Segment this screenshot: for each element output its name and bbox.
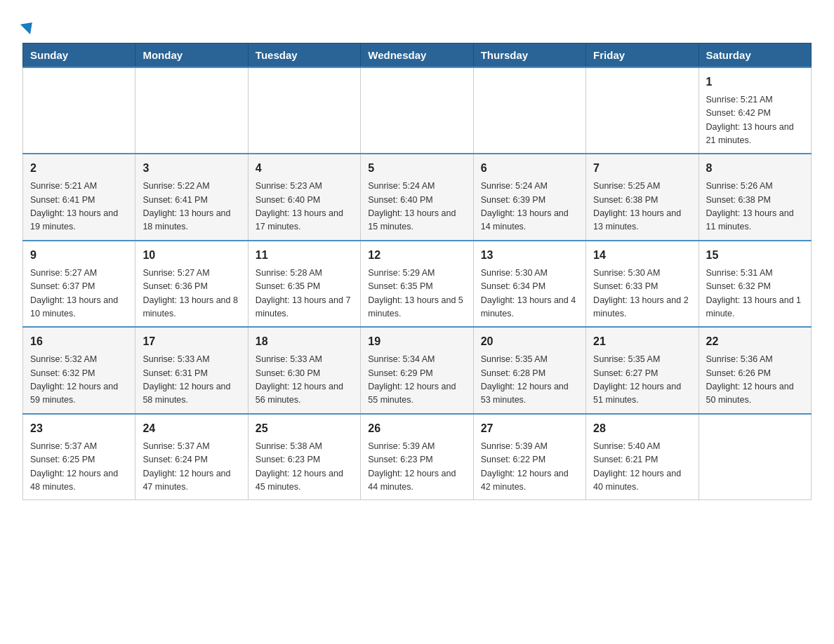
day-number: 17 xyxy=(143,333,240,350)
day-number: 10 xyxy=(143,247,240,264)
day-info: Sunrise: 5:25 AMSunset: 6:38 PMDaylight:… xyxy=(593,180,691,234)
day-number: 4 xyxy=(256,160,353,177)
day-number: 23 xyxy=(30,420,128,437)
col-wednesday: Wednesday xyxy=(361,43,473,67)
calendar-cell: 14Sunrise: 5:30 AMSunset: 6:33 PMDayligh… xyxy=(586,241,699,328)
day-info: Sunrise: 5:39 AMSunset: 6:22 PMDaylight:… xyxy=(481,440,578,495)
calendar-cell: 4Sunrise: 5:23 AMSunset: 6:40 PMDaylight… xyxy=(248,154,360,241)
calendar-cell: 26Sunrise: 5:39 AMSunset: 6:23 PMDayligh… xyxy=(361,414,473,500)
day-info: Sunrise: 5:21 AMSunset: 6:41 PMDaylight:… xyxy=(30,180,128,234)
day-number: 12 xyxy=(368,247,465,264)
day-info: Sunrise: 5:35 AMSunset: 6:28 PMDaylight:… xyxy=(481,353,578,408)
col-tuesday: Tuesday xyxy=(248,43,360,67)
day-info: Sunrise: 5:37 AMSunset: 6:24 PMDaylight:… xyxy=(143,440,240,495)
day-info: Sunrise: 5:37 AMSunset: 6:25 PMDaylight:… xyxy=(30,440,128,495)
day-info: Sunrise: 5:28 AMSunset: 6:35 PMDaylight:… xyxy=(256,267,353,321)
calendar-cell: 12Sunrise: 5:29 AMSunset: 6:35 PMDayligh… xyxy=(361,241,473,328)
calendar-cell: 17Sunrise: 5:33 AMSunset: 6:31 PMDayligh… xyxy=(135,327,248,414)
calendar-row: 1Sunrise: 5:21 AMSunset: 6:42 PMDaylight… xyxy=(23,67,812,154)
day-number: 7 xyxy=(593,160,691,177)
calendar-cell: 13Sunrise: 5:30 AMSunset: 6:34 PMDayligh… xyxy=(473,241,585,328)
day-info: Sunrise: 5:27 AMSunset: 6:36 PMDaylight:… xyxy=(143,267,240,321)
day-number: 18 xyxy=(256,333,353,350)
col-sunday: Sunday xyxy=(23,43,135,67)
calendar-cell: 7Sunrise: 5:25 AMSunset: 6:38 PMDaylight… xyxy=(586,154,699,241)
day-info: Sunrise: 5:34 AMSunset: 6:29 PMDaylight:… xyxy=(368,353,465,408)
day-number: 28 xyxy=(593,420,691,437)
calendar-cell xyxy=(135,67,248,154)
col-monday: Monday xyxy=(135,43,248,67)
day-info: Sunrise: 5:39 AMSunset: 6:23 PMDaylight:… xyxy=(368,440,465,495)
day-info: Sunrise: 5:24 AMSunset: 6:39 PMDaylight:… xyxy=(481,180,578,234)
day-number: 1 xyxy=(706,74,804,90)
day-info: Sunrise: 5:23 AMSunset: 6:40 PMDaylight:… xyxy=(256,180,353,234)
calendar-row: 23Sunrise: 5:37 AMSunset: 6:25 PMDayligh… xyxy=(23,414,812,500)
calendar-cell xyxy=(248,67,360,154)
calendar-row: 2Sunrise: 5:21 AMSunset: 6:41 PMDaylight… xyxy=(23,154,812,241)
calendar-cell: 22Sunrise: 5:36 AMSunset: 6:26 PMDayligh… xyxy=(699,327,811,414)
day-info: Sunrise: 5:22 AMSunset: 6:41 PMDaylight:… xyxy=(143,180,240,234)
calendar-cell: 5Sunrise: 5:24 AMSunset: 6:40 PMDaylight… xyxy=(361,154,473,241)
day-info: Sunrise: 5:27 AMSunset: 6:37 PMDaylight:… xyxy=(30,267,128,321)
day-number: 11 xyxy=(256,247,353,264)
day-info: Sunrise: 5:36 AMSunset: 6:26 PMDaylight:… xyxy=(706,353,804,408)
calendar-cell: 28Sunrise: 5:40 AMSunset: 6:21 PMDayligh… xyxy=(586,414,699,500)
day-number: 25 xyxy=(256,420,353,437)
page-header xyxy=(22,17,812,34)
day-number: 19 xyxy=(368,333,465,350)
day-info: Sunrise: 5:38 AMSunset: 6:23 PMDaylight:… xyxy=(256,440,353,495)
day-info: Sunrise: 5:33 AMSunset: 6:31 PMDaylight:… xyxy=(143,353,240,408)
calendar-cell: 6Sunrise: 5:24 AMSunset: 6:39 PMDaylight… xyxy=(473,154,585,241)
calendar-cell: 16Sunrise: 5:32 AMSunset: 6:32 PMDayligh… xyxy=(23,327,135,414)
day-info: Sunrise: 5:30 AMSunset: 6:33 PMDaylight:… xyxy=(593,267,691,321)
calendar-cell xyxy=(473,67,585,154)
col-saturday: Saturday xyxy=(699,43,811,67)
day-number: 21 xyxy=(593,333,691,350)
calendar-row: 9Sunrise: 5:27 AMSunset: 6:37 PMDaylight… xyxy=(23,241,812,328)
day-info: Sunrise: 5:29 AMSunset: 6:35 PMDaylight:… xyxy=(368,267,465,321)
day-number: 24 xyxy=(143,420,240,437)
day-info: Sunrise: 5:26 AMSunset: 6:38 PMDaylight:… xyxy=(706,180,804,234)
calendar-cell: 24Sunrise: 5:37 AMSunset: 6:24 PMDayligh… xyxy=(135,414,248,500)
day-info: Sunrise: 5:35 AMSunset: 6:27 PMDaylight:… xyxy=(593,353,691,408)
logo-arrow-icon xyxy=(20,18,37,34)
day-info: Sunrise: 5:40 AMSunset: 6:21 PMDaylight:… xyxy=(593,440,691,495)
day-number: 16 xyxy=(30,333,128,350)
col-friday: Friday xyxy=(586,43,699,67)
calendar-header-row: Sunday Monday Tuesday Wednesday Thursday… xyxy=(23,43,812,67)
logo xyxy=(22,17,35,34)
calendar-cell: 1Sunrise: 5:21 AMSunset: 6:42 PMDaylight… xyxy=(699,67,811,154)
calendar-cell: 23Sunrise: 5:37 AMSunset: 6:25 PMDayligh… xyxy=(23,414,135,500)
calendar-cell: 3Sunrise: 5:22 AMSunset: 6:41 PMDaylight… xyxy=(135,154,248,241)
day-number: 2 xyxy=(30,160,128,177)
day-info: Sunrise: 5:32 AMSunset: 6:32 PMDaylight:… xyxy=(30,353,128,408)
calendar-cell: 11Sunrise: 5:28 AMSunset: 6:35 PMDayligh… xyxy=(248,241,360,328)
calendar-row: 16Sunrise: 5:32 AMSunset: 6:32 PMDayligh… xyxy=(23,327,812,414)
logo-general-row xyxy=(22,17,35,34)
calendar-cell: 19Sunrise: 5:34 AMSunset: 6:29 PMDayligh… xyxy=(361,327,473,414)
calendar-cell: 2Sunrise: 5:21 AMSunset: 6:41 PMDaylight… xyxy=(23,154,135,241)
day-info: Sunrise: 5:30 AMSunset: 6:34 PMDaylight:… xyxy=(481,267,578,321)
day-info: Sunrise: 5:21 AMSunset: 6:42 PMDaylight:… xyxy=(706,93,804,148)
day-info: Sunrise: 5:24 AMSunset: 6:40 PMDaylight:… xyxy=(368,180,465,234)
calendar-cell xyxy=(586,67,699,154)
day-info: Sunrise: 5:31 AMSunset: 6:32 PMDaylight:… xyxy=(706,267,804,321)
calendar-cell xyxy=(361,67,473,154)
col-thursday: Thursday xyxy=(473,43,585,67)
calendar-cell: 25Sunrise: 5:38 AMSunset: 6:23 PMDayligh… xyxy=(248,414,360,500)
day-number: 5 xyxy=(368,160,465,177)
day-number: 20 xyxy=(481,333,578,350)
day-info: Sunrise: 5:33 AMSunset: 6:30 PMDaylight:… xyxy=(256,353,353,408)
calendar-cell xyxy=(699,414,811,500)
day-number: 22 xyxy=(706,333,804,350)
calendar-cell: 21Sunrise: 5:35 AMSunset: 6:27 PMDayligh… xyxy=(586,327,699,414)
calendar-cell xyxy=(23,67,135,154)
calendar-table: Sunday Monday Tuesday Wednesday Thursday… xyxy=(22,43,812,501)
calendar-cell: 20Sunrise: 5:35 AMSunset: 6:28 PMDayligh… xyxy=(473,327,585,414)
day-number: 26 xyxy=(368,420,465,437)
day-number: 14 xyxy=(593,247,691,264)
day-number: 6 xyxy=(481,160,578,177)
calendar-cell: 10Sunrise: 5:27 AMSunset: 6:36 PMDayligh… xyxy=(135,241,248,328)
calendar-cell: 15Sunrise: 5:31 AMSunset: 6:32 PMDayligh… xyxy=(699,241,811,328)
day-number: 27 xyxy=(481,420,578,437)
